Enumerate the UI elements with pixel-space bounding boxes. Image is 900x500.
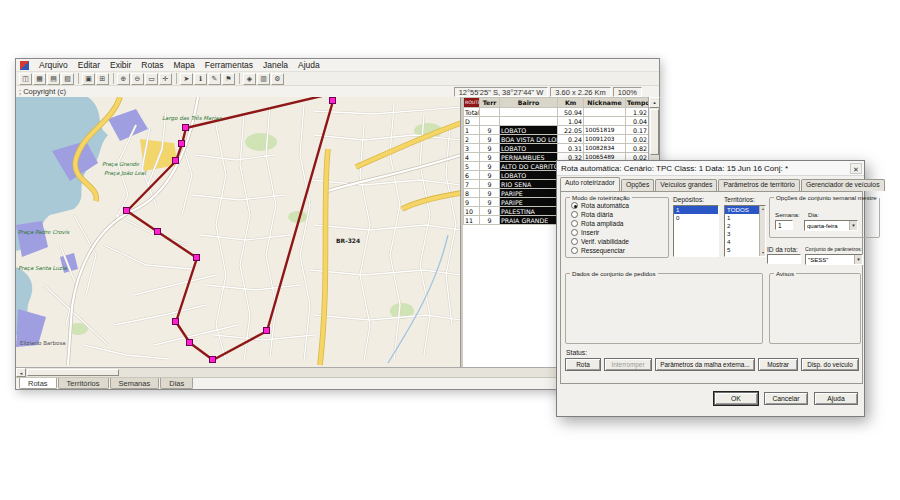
edit-icon[interactable]: ✎ bbox=[208, 73, 221, 85]
view-tab-territorios[interactable]: Territórios bbox=[58, 378, 109, 389]
route-stop-9[interactable] bbox=[209, 356, 216, 363]
select-pointer-icon[interactable]: ➤ bbox=[180, 73, 193, 85]
table-window-icon[interactable]: ▦ bbox=[33, 73, 46, 85]
column-header-terr[interactable]: Terr bbox=[480, 98, 500, 108]
route-stop-7[interactable] bbox=[172, 318, 179, 325]
list-item[interactable]: 3 bbox=[725, 230, 759, 238]
list-item[interactable]: 5 bbox=[725, 246, 759, 254]
layers-icon[interactable]: ▤ bbox=[47, 73, 60, 85]
column-header-bairro[interactable]: Bairro bbox=[500, 98, 558, 108]
list-item[interactable]: 4 bbox=[725, 238, 759, 246]
toolbar-separator bbox=[78, 73, 79, 84]
action-interromper[interactable]: Interromper bbox=[604, 358, 652, 371]
table-row[interactable]: Total50.941.92 bbox=[464, 108, 649, 117]
menu-janela[interactable]: Janela bbox=[258, 60, 293, 70]
dialog-tab-gerenciador-de-veiculos[interactable]: Gerenciador de veículos bbox=[801, 179, 885, 191]
dialog-tab-parametros-de-territorio[interactable]: Parâmetros de território bbox=[718, 179, 799, 191]
column-header-nickname[interactable]: Nickname bbox=[584, 98, 626, 108]
print-icon[interactable]: ⊞ bbox=[96, 73, 109, 85]
route-system-icon[interactable]: ◈ bbox=[243, 73, 256, 85]
route-stop-6[interactable] bbox=[193, 254, 200, 261]
route-stop-8[interactable] bbox=[186, 339, 193, 346]
chevron-down-icon[interactable]: ▼ bbox=[854, 255, 862, 264]
radio-rota-ampliada[interactable]: Rota ampliada bbox=[571, 219, 668, 228]
day-select[interactable]: quarta-feira ▼ bbox=[804, 220, 858, 231]
menu-editar[interactable]: Editar bbox=[73, 60, 105, 70]
zoom-extents-icon[interactable]: ▭ bbox=[145, 73, 158, 85]
route-stop-1[interactable] bbox=[182, 124, 189, 131]
route-column-header[interactable]: ROUTE bbox=[464, 98, 480, 108]
menu-rotas[interactable]: Rotas bbox=[136, 60, 168, 70]
scroll-up-icon[interactable]: ▴ bbox=[649, 97, 660, 108]
route-stop-2[interactable] bbox=[178, 140, 185, 147]
view-tab-semanas[interactable]: Semanas bbox=[110, 378, 160, 389]
zoom-in-icon[interactable]: ⊕ bbox=[117, 73, 130, 85]
radio-inserir[interactable]: Inserir bbox=[571, 228, 668, 237]
scroll-left-icon[interactable]: ◂ bbox=[16, 368, 26, 377]
scroll-up-icon[interactable]: ▴ bbox=[760, 206, 766, 212]
parameter-set-select[interactable]: "SESS" ▼ bbox=[805, 254, 863, 265]
zoom-out-icon[interactable]: ⊖ bbox=[131, 73, 144, 85]
cell-bairro: BOA VISTA DO LOBATO bbox=[500, 135, 558, 144]
menu-ferramentas[interactable]: Ferramentas bbox=[200, 60, 258, 70]
view-tab-rotas[interactable]: Rotas bbox=[19, 378, 57, 389]
dialog-tab-auto-roteirizador[interactable]: Auto roteirizador bbox=[560, 177, 620, 191]
route-stop-11[interactable] bbox=[329, 97, 336, 104]
menu-mapa[interactable]: Mapa bbox=[169, 60, 200, 70]
action-parametros-da-malha-externa[interactable]: Parâmetros da malha externa... bbox=[655, 358, 755, 371]
table-row[interactable]: 39LOBATO0.31100828340.82 bbox=[464, 144, 649, 153]
scroll-down-icon[interactable]: ▾ bbox=[760, 250, 766, 256]
save-icon[interactable]: ▣ bbox=[82, 73, 95, 85]
dialog-tab-veiculos-grandes[interactable]: Veículos grandes bbox=[655, 179, 717, 191]
table-row[interactable]: 29BOA VISTA DO LOBATO0.24100912030.02 bbox=[464, 135, 649, 144]
column-header-tempo[interactable]: Tempo bbox=[626, 98, 649, 108]
flag-icon[interactable]: ⚑ bbox=[222, 73, 235, 85]
route-stop-4[interactable] bbox=[123, 207, 130, 214]
menu-arquivo[interactable]: Arquivo bbox=[34, 60, 73, 70]
list-item[interactable]: TODOS bbox=[725, 206, 759, 214]
column-header-km[interactable]: Km bbox=[558, 98, 584, 108]
orders-group: Dados de conjunto de pedidos bbox=[565, 270, 763, 344]
week-number-input[interactable]: 1 bbox=[775, 220, 793, 230]
cell-bairro: ALTO DO CABRITO bbox=[500, 162, 558, 171]
footer-ajuda[interactable]: Ajuda bbox=[814, 392, 858, 405]
table-row[interactable]: D1.040.04 bbox=[464, 117, 649, 126]
list-item[interactable]: 1 bbox=[725, 214, 759, 222]
list-item[interactable]: 0 bbox=[674, 214, 718, 222]
menu-ajuda[interactable]: Ajuda bbox=[293, 60, 325, 70]
route-stop-10[interactable] bbox=[263, 327, 270, 334]
chevron-down-icon[interactable]: ▼ bbox=[849, 221, 857, 230]
view-tab-dias[interactable]: Dias bbox=[160, 378, 193, 389]
menu-exibir[interactable]: Exibir bbox=[105, 60, 136, 70]
radio-verif-viabilidade[interactable]: Verif. viabilidade bbox=[571, 237, 668, 246]
route-stop-5[interactable] bbox=[154, 228, 161, 235]
radio-ressequenciar[interactable]: Ressequenciar bbox=[571, 246, 668, 255]
list-item[interactable]: 2 bbox=[725, 222, 759, 230]
action-mostrar[interactable]: Mostrar bbox=[758, 358, 798, 371]
action-rota[interactable]: Rota bbox=[565, 358, 601, 371]
depots-list[interactable]: 10 bbox=[673, 205, 719, 257]
radio-rota-automatica[interactable]: Rota automática bbox=[571, 201, 668, 210]
map-window-icon[interactable]: ◫ bbox=[19, 73, 32, 85]
info-icon[interactable]: ℹ bbox=[194, 73, 207, 85]
dataview-icon[interactable]: ▥ bbox=[257, 73, 270, 85]
footer-ok[interactable]: OK bbox=[714, 392, 758, 405]
dialog-tab-opcoes[interactable]: Opções bbox=[621, 179, 654, 191]
route-id-input[interactable] bbox=[767, 254, 801, 264]
action-disp-do-veiculo[interactable]: Disp. do veículo bbox=[801, 358, 859, 371]
list-item[interactable]: 1 bbox=[674, 206, 718, 214]
settings-icon[interactable]: ⚙ bbox=[271, 73, 284, 85]
table-row[interactable]: 19LOBATO22.05100518190.17 bbox=[464, 126, 649, 135]
pan-icon[interactable]: ✛ bbox=[159, 73, 172, 85]
territories-list[interactable]: TODOS12345 ▴ ▾ bbox=[724, 205, 766, 257]
territories-scrollbar[interactable]: ▴ ▾ bbox=[759, 206, 765, 256]
radio-rota-diaria[interactable]: Rota diária bbox=[571, 210, 668, 219]
legend-icon[interactable]: ▧ bbox=[61, 73, 74, 85]
horizontal-scroll-thumb[interactable] bbox=[27, 369, 119, 376]
footer-cancelar[interactable]: Cancelar bbox=[764, 392, 808, 405]
map-canvas[interactable]: Largo das Três MariasPraça GrandePraça J… bbox=[16, 97, 461, 367]
close-icon[interactable]: ✕ bbox=[850, 163, 862, 174]
route-stop-3[interactable] bbox=[172, 157, 179, 164]
vertical-scroll-thumb[interactable] bbox=[650, 109, 659, 155]
dialog-title-bar[interactable]: Rota automática: Cenário: TPC Class: 1 D… bbox=[557, 161, 864, 176]
